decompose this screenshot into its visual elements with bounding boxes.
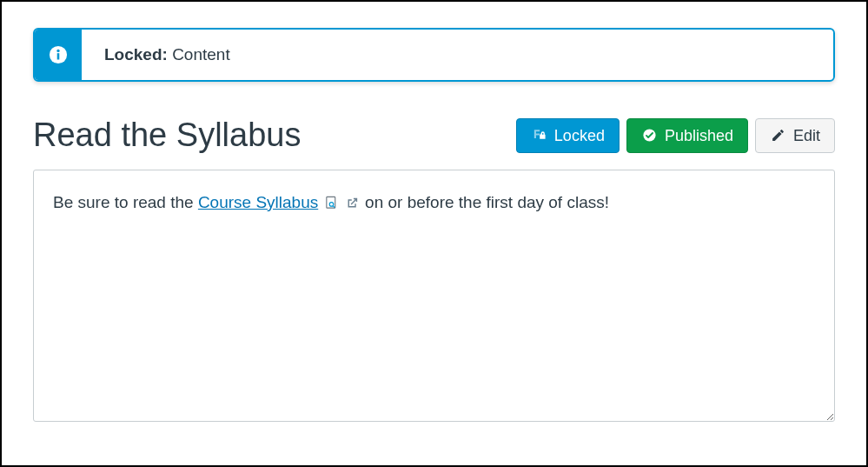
content-box[interactable]: Be sure to read the Course Syllabus on o…	[33, 170, 835, 422]
locked-button[interactable]: Locked	[516, 118, 620, 153]
published-button[interactable]: Published	[626, 118, 748, 153]
info-icon	[35, 30, 82, 80]
content-before-link: Be sure to read the	[53, 193, 198, 211]
svg-rect-1	[57, 53, 60, 59]
header-row: Read the Syllabus Locked Published Edit	[33, 117, 835, 154]
alert-value: Content	[172, 45, 230, 63]
content-line: Be sure to read the Course Syllabus on o…	[53, 193, 815, 212]
svg-point-5	[329, 203, 334, 207]
locked-button-label: Locked	[554, 128, 605, 143]
alert-text: Locked: Content	[82, 30, 253, 80]
action-buttons: Locked Published Edit	[516, 118, 835, 153]
page-title: Read the Syllabus	[33, 117, 301, 154]
file-preview-icon[interactable]	[324, 196, 339, 210]
external-link-icon[interactable]	[345, 196, 360, 210]
svg-line-6	[333, 206, 335, 208]
blueprint-lock-icon	[532, 128, 547, 143]
edit-button-label: Edit	[793, 128, 820, 143]
alert-label: Locked:	[104, 45, 168, 63]
locked-alert: Locked: Content	[33, 28, 835, 82]
app-frame: Locked: Content Read the Syllabus Locked…	[0, 0, 868, 467]
content-after-link: on or before the first day of class!	[365, 193, 609, 211]
course-syllabus-link[interactable]: Course Syllabus	[198, 193, 318, 211]
pencil-icon	[771, 128, 785, 143]
published-button-label: Published	[665, 128, 733, 143]
svg-point-2	[56, 50, 59, 52]
edit-button[interactable]: Edit	[755, 118, 835, 153]
check-circle-icon	[642, 128, 657, 143]
